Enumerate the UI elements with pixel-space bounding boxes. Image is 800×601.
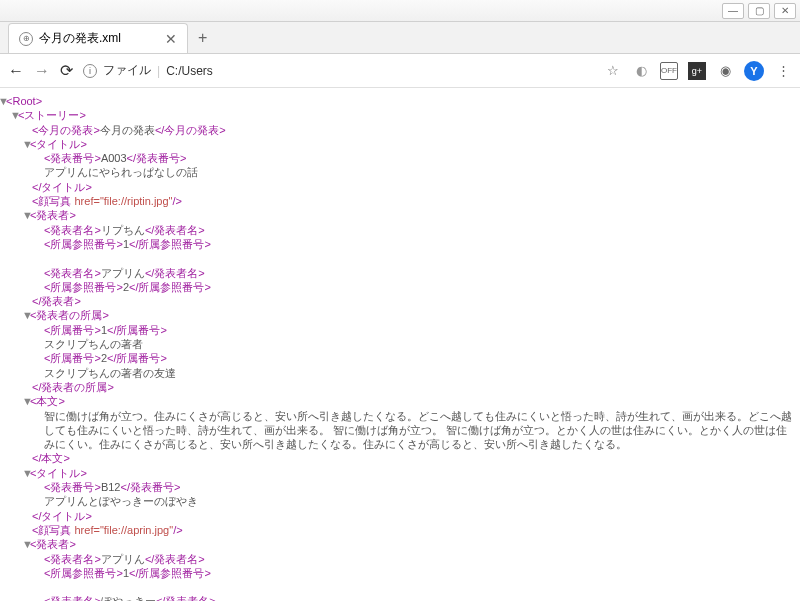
tab-title: 今月の発表.xml <box>39 30 121 47</box>
forward-button[interactable]: → <box>34 62 50 80</box>
star-icon[interactable]: ☆ <box>604 62 622 80</box>
menu-button[interactable]: ⋮ <box>774 62 792 80</box>
address-bar[interactable]: i ファイル | C:/Users <box>83 62 594 79</box>
back-button[interactable]: ← <box>8 62 24 80</box>
info-icon: i <box>83 64 97 78</box>
profile-avatar[interactable]: Y <box>744 61 764 81</box>
minimize-button[interactable]: — <box>722 3 744 19</box>
url-separator: | <box>157 64 160 78</box>
share-icon[interactable]: g+ <box>688 62 706 80</box>
xml-content: ▼<Root> ▼<ストーリー> <今月の発表>今月の発表</今月の発表> ▼<… <box>0 88 800 601</box>
toolbar: ← → ⟳ i ファイル | C:/Users ☆ ◐ OFF g+ ◉ Y ⋮ <box>0 54 800 88</box>
maximize-button[interactable]: ▢ <box>748 3 770 19</box>
close-window-button[interactable]: ✕ <box>774 3 796 19</box>
url-file-label: ファイル <box>103 62 151 79</box>
tab-bar: ⊕ 今月の発表.xml ✕ + <box>0 22 800 54</box>
ext-icon[interactable]: ◉ <box>716 62 734 80</box>
globe-icon: ⊕ <box>19 32 33 46</box>
window-titlebar: — ▢ ✕ <box>0 0 800 22</box>
close-tab-button[interactable]: ✕ <box>165 31 177 47</box>
new-tab-button[interactable]: + <box>188 23 217 53</box>
tab-active[interactable]: ⊕ 今月の発表.xml ✕ <box>8 23 188 53</box>
bolt-icon[interactable]: ◐ <box>632 62 650 80</box>
reload-button[interactable]: ⟳ <box>60 61 73 80</box>
off-icon[interactable]: OFF <box>660 62 678 80</box>
url-path: C:/Users <box>166 64 213 78</box>
